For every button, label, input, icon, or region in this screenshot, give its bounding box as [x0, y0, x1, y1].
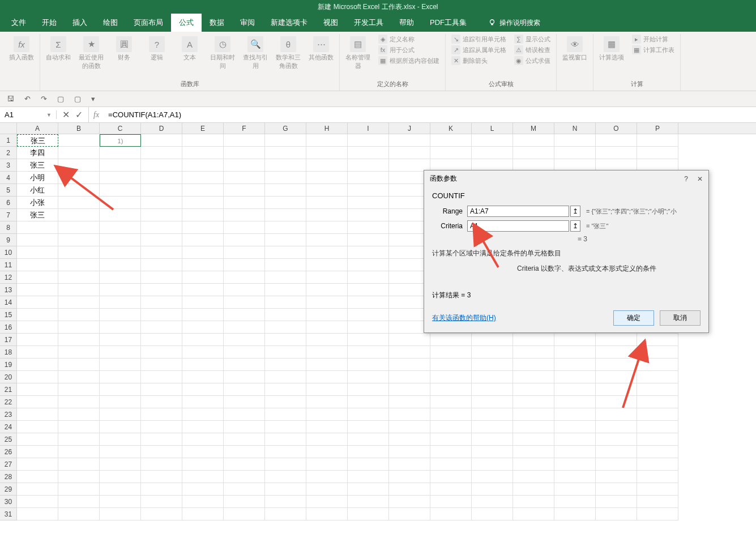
cell-K25[interactable] [430, 433, 472, 446]
cell-G29[interactable] [265, 483, 306, 496]
cell-C27[interactable] [100, 458, 141, 471]
cell-D24[interactable] [141, 421, 182, 433]
cell-I5[interactable] [348, 184, 389, 197]
cell-D11[interactable] [141, 259, 182, 271]
name-manager-button[interactable]: ▤名称管理器 [343, 34, 373, 72]
cell-G5[interactable] [265, 184, 306, 197]
cell-L26[interactable] [472, 446, 513, 458]
cell-K19[interactable] [430, 359, 472, 371]
cell-K22[interactable] [430, 396, 472, 408]
cell-A25[interactable] [17, 433, 58, 446]
cell-B16[interactable] [58, 321, 100, 334]
cell-A5[interactable]: 小红 [17, 184, 58, 197]
column-header-G[interactable]: G [265, 123, 306, 134]
cell-J25[interactable] [389, 433, 430, 446]
cell-G24[interactable] [265, 421, 306, 433]
cell-N19[interactable] [554, 359, 596, 371]
cell-F5[interactable] [224, 184, 265, 197]
accept-formula-icon[interactable]: ✓ [75, 109, 83, 120]
cell-G4[interactable] [265, 172, 306, 184]
cell-A21[interactable] [17, 383, 58, 396]
cell-E1[interactable] [182, 134, 224, 147]
cell-H26[interactable] [306, 446, 348, 458]
cell-D31[interactable] [141, 508, 182, 520]
help-icon[interactable]: ? [684, 175, 688, 183]
cell-C29[interactable] [100, 483, 141, 496]
remove-arrows-button[interactable]: ✕删除箭头 [449, 56, 509, 66]
cell-K31[interactable] [430, 508, 472, 520]
cell-G14[interactable] [265, 296, 306, 309]
cell-C30[interactable] [100, 496, 141, 508]
cell-D22[interactable] [141, 396, 182, 408]
cell-I22[interactable] [348, 396, 389, 408]
cell-D21[interactable] [141, 383, 182, 396]
cell-A4[interactable]: 小明 [17, 172, 58, 184]
cell-B30[interactable] [58, 496, 100, 508]
cell-M30[interactable] [513, 496, 554, 508]
cell-D3[interactable] [141, 159, 182, 172]
cell-B10[interactable] [58, 246, 100, 259]
cell-B17[interactable] [58, 334, 100, 346]
cell-N1[interactable] [554, 134, 596, 147]
cell-K27[interactable] [430, 458, 472, 471]
cell-P27[interactable] [637, 458, 678, 471]
tab-数据[interactable]: 数据 [202, 14, 232, 32]
column-header-N[interactable]: N [554, 123, 596, 134]
cell-B22[interactable] [58, 396, 100, 408]
cell-N29[interactable] [554, 483, 596, 496]
row-header-24[interactable]: 24 [0, 421, 17, 433]
cell-F6[interactable] [224, 197, 265, 209]
cell-A1[interactable]: 张三 [17, 134, 58, 147]
cell-F13[interactable] [224, 284, 265, 296]
cell-E29[interactable] [182, 483, 224, 496]
cell-C2[interactable] [100, 147, 141, 159]
cell-D20[interactable] [141, 371, 182, 383]
cell-N27[interactable] [554, 458, 596, 471]
cell-I26[interactable] [348, 446, 389, 458]
undo-icon[interactable]: ↶ [22, 93, 33, 104]
cell-F7[interactable] [224, 209, 265, 221]
cell-H29[interactable] [306, 483, 348, 496]
tab-页面布局[interactable]: 页面布局 [126, 14, 171, 32]
cell-A19[interactable] [17, 359, 58, 371]
cell-F22[interactable] [224, 396, 265, 408]
cell-I11[interactable] [348, 259, 389, 271]
tab-绘图[interactable]: 绘图 [95, 14, 126, 32]
row-header-21[interactable]: 21 [0, 383, 17, 396]
cell-O19[interactable] [596, 359, 637, 371]
cell-L30[interactable] [472, 496, 513, 508]
cell-P19[interactable] [637, 359, 678, 371]
row-header-27[interactable]: 27 [0, 458, 17, 471]
cell-D6[interactable] [141, 197, 182, 209]
cell-J28[interactable] [389, 471, 430, 483]
watch-window-button[interactable]: 👁监视窗口 [560, 34, 590, 64]
cell-C20[interactable] [100, 371, 141, 383]
cell-E16[interactable] [182, 321, 224, 334]
cell-G13[interactable] [265, 284, 306, 296]
cell-H6[interactable] [306, 197, 348, 209]
row-header-17[interactable]: 17 [0, 334, 17, 346]
cell-H18[interactable] [306, 346, 348, 359]
cell-H10[interactable] [306, 246, 348, 259]
cell-A12[interactable] [17, 271, 58, 284]
cell-H16[interactable] [306, 321, 348, 334]
cell-H24[interactable] [306, 421, 348, 433]
cell-A16[interactable] [17, 321, 58, 334]
cell-B24[interactable] [58, 421, 100, 433]
cell-G1[interactable] [265, 134, 306, 147]
cell-N2[interactable] [554, 147, 596, 159]
cell-C3[interactable] [100, 159, 141, 172]
cancel-formula-icon[interactable]: ✕ [62, 109, 70, 120]
cell-C22[interactable] [100, 396, 141, 408]
cell-I23[interactable] [348, 408, 389, 421]
cell-P25[interactable] [637, 433, 678, 446]
define-name-button[interactable]: ◈定义名称 [376, 34, 442, 44]
column-header-C[interactable]: C [100, 123, 141, 134]
tab-新建选项卡[interactable]: 新建选项卡 [263, 14, 315, 32]
cell-L2[interactable] [472, 147, 513, 159]
more-functions-button[interactable]: ⋯其他函数 [306, 34, 336, 64]
cell-A26[interactable] [17, 446, 58, 458]
ok-button[interactable]: 确定 [613, 310, 654, 326]
math-button[interactable]: θ数学和三角函数 [274, 34, 303, 72]
cell-E6[interactable] [182, 197, 224, 209]
